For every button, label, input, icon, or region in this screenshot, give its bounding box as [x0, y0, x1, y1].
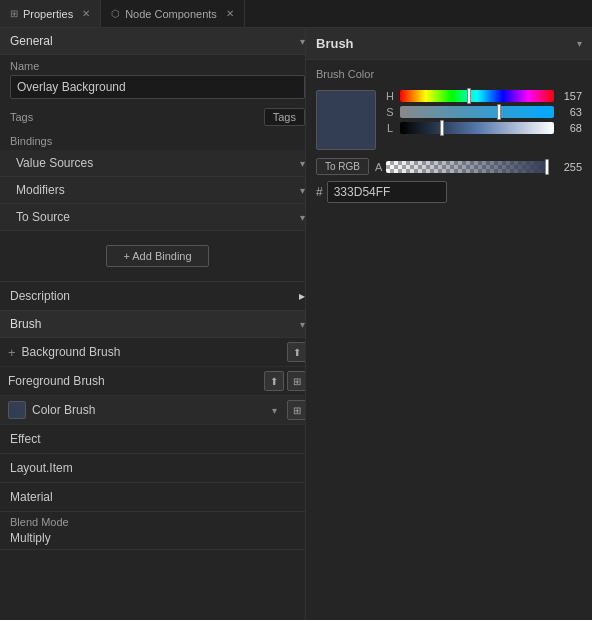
light-label: L: [384, 122, 396, 134]
color-brush-label: Color Brush: [32, 403, 266, 417]
tags-button[interactable]: Tags: [264, 108, 305, 126]
properties-tab-label: Properties: [23, 8, 73, 20]
blend-mode-value: Multiply: [10, 531, 305, 545]
foreground-brush-label: Foreground Brush: [8, 374, 258, 388]
hex-row: #: [306, 177, 592, 207]
background-brush-label: Background Brush: [22, 345, 281, 359]
hue-value: 157: [558, 90, 582, 102]
brush-label: Brush: [10, 317, 41, 331]
sat-slider[interactable]: [400, 106, 554, 118]
value-sources-header[interactable]: Value Sources ▾: [0, 150, 315, 176]
color-brush-chevron: ▾: [272, 405, 277, 416]
tab-node-components[interactable]: ⬡ Node Components ✕: [101, 0, 245, 27]
tab-bar: ⊞ Properties ✕ ⬡ Node Components ✕: [0, 0, 592, 28]
background-brush-row: + Background Brush ⬆: [0, 338, 315, 367]
value-sources-label: Value Sources: [16, 156, 93, 170]
blend-mode-label: Blend Mode: [10, 516, 305, 528]
color-preview-area: H 157 S 63 L 68: [306, 84, 592, 156]
color-brush-swatch[interactable]: [8, 401, 26, 419]
brush-popup-header[interactable]: Brush ▾: [306, 28, 592, 60]
tags-label: Tags: [10, 111, 33, 123]
blend-mode-section: Blend Mode Multiply: [0, 512, 315, 550]
to-source-header[interactable]: To Source ▾: [0, 204, 315, 230]
effect-section-header[interactable]: Effect: [0, 425, 315, 454]
hue-label: H: [384, 90, 396, 102]
left-panel: General ▾ Name Tags Tags Bindings Value …: [0, 28, 315, 620]
description-section-header[interactable]: Description ▸: [0, 282, 315, 311]
foreground-brush-upload[interactable]: ⬆: [264, 371, 284, 391]
to-source-section: To Source ▾: [0, 204, 315, 231]
hue-slider-row: H 157: [384, 90, 582, 102]
brush-popup: Brush ▾ Brush Color H 157 S 63: [305, 28, 592, 620]
effect-label: Effect: [10, 432, 40, 446]
color-brush-row: Color Brush ▾ ⊞: [0, 396, 315, 425]
sat-slider-row: S 63: [384, 106, 582, 118]
hex-hash: #: [316, 185, 323, 199]
color-brush-extra[interactable]: ⊞: [287, 400, 307, 420]
properties-tab-close[interactable]: ✕: [82, 8, 90, 19]
tags-row: Tags Tags: [0, 104, 315, 130]
bindings-label: Bindings: [0, 130, 315, 150]
to-rgb-button[interactable]: To RGB: [316, 158, 369, 175]
value-sources-section: Value Sources ▾: [0, 150, 315, 177]
node-components-tab-label: Node Components: [125, 8, 217, 20]
description-label: Description: [10, 289, 70, 303]
name-label: Name: [10, 60, 305, 72]
brush-color-label: Brush Color: [306, 60, 592, 84]
to-source-label: To Source: [16, 210, 70, 224]
tab-properties[interactable]: ⊞ Properties ✕: [0, 0, 101, 27]
properties-tab-icon: ⊞: [10, 8, 18, 19]
foreground-brush-grid[interactable]: ⊞: [287, 371, 307, 391]
color-preview-swatch[interactable]: [316, 90, 376, 150]
alpha-label: A: [375, 161, 382, 173]
layout-item-label: Layout.Item: [10, 461, 73, 475]
light-slider-row: L 68: [384, 122, 582, 134]
layout-item-section-header[interactable]: Layout.Item: [0, 454, 315, 483]
hex-input[interactable]: [327, 181, 447, 203]
background-brush-icons: ⬆: [287, 342, 307, 362]
brush-section-header[interactable]: Brush ▾: [0, 311, 315, 338]
sat-value: 63: [558, 106, 582, 118]
sliders-area: H 157 S 63 L 68: [384, 90, 582, 138]
light-slider[interactable]: [400, 122, 554, 134]
brush-popup-chevron: ▾: [577, 38, 582, 49]
add-binding-area: + Add Binding: [0, 231, 315, 282]
add-binding-button[interactable]: + Add Binding: [106, 245, 208, 267]
hue-slider[interactable]: [400, 90, 554, 102]
alpha-row: To RGB A 255: [306, 156, 592, 177]
modifiers-header[interactable]: Modifiers ▾: [0, 177, 315, 203]
sat-label: S: [384, 106, 396, 118]
light-value: 68: [558, 122, 582, 134]
background-brush-plus[interactable]: +: [8, 345, 16, 360]
foreground-brush-icons: ⬆ ⊞: [264, 371, 307, 391]
modifiers-label: Modifiers: [16, 183, 65, 197]
name-input[interactable]: [10, 75, 305, 99]
material-label: Material: [10, 490, 53, 504]
foreground-brush-row: Foreground Brush ⬆ ⊞: [0, 367, 315, 396]
modifiers-section: Modifiers ▾: [0, 177, 315, 204]
alpha-value: 255: [552, 161, 582, 173]
alpha-slider[interactable]: [386, 161, 548, 173]
material-section-header[interactable]: Material: [0, 483, 315, 512]
brush-popup-title: Brush: [316, 36, 354, 51]
name-field-row: Name: [0, 55, 315, 104]
general-section-header[interactable]: General ▾: [0, 28, 315, 55]
node-components-tab-icon: ⬡: [111, 8, 120, 19]
node-components-tab-close[interactable]: ✕: [226, 8, 234, 19]
background-brush-upload[interactable]: ⬆: [287, 342, 307, 362]
general-label: General: [10, 34, 53, 48]
